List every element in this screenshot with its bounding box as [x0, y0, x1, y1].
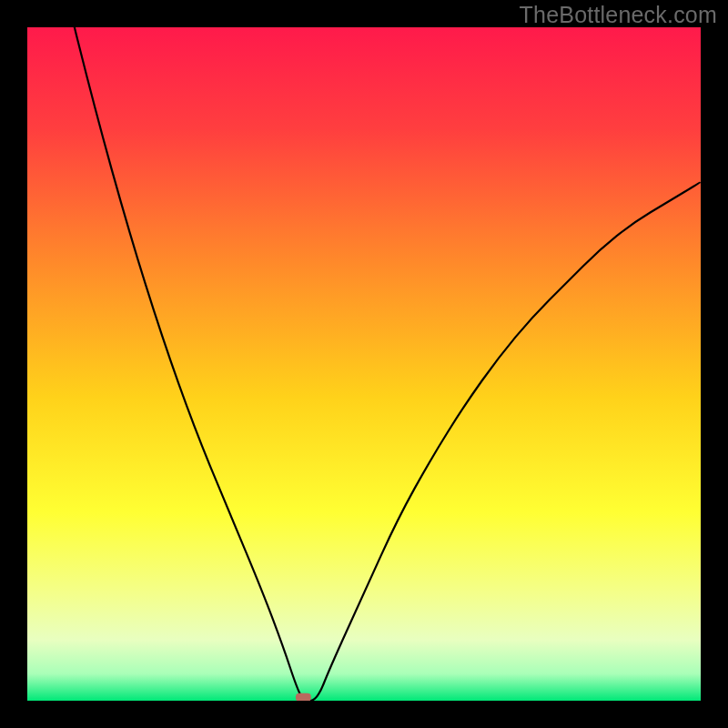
- plot-area: [27, 27, 701, 701]
- optimum-marker: [296, 693, 311, 701]
- chart-frame: TheBottleneck.com: [0, 0, 728, 728]
- gradient-background: [27, 27, 701, 701]
- watermark-text: TheBottleneck.com: [520, 2, 717, 28]
- bottleneck-chart: [27, 27, 701, 701]
